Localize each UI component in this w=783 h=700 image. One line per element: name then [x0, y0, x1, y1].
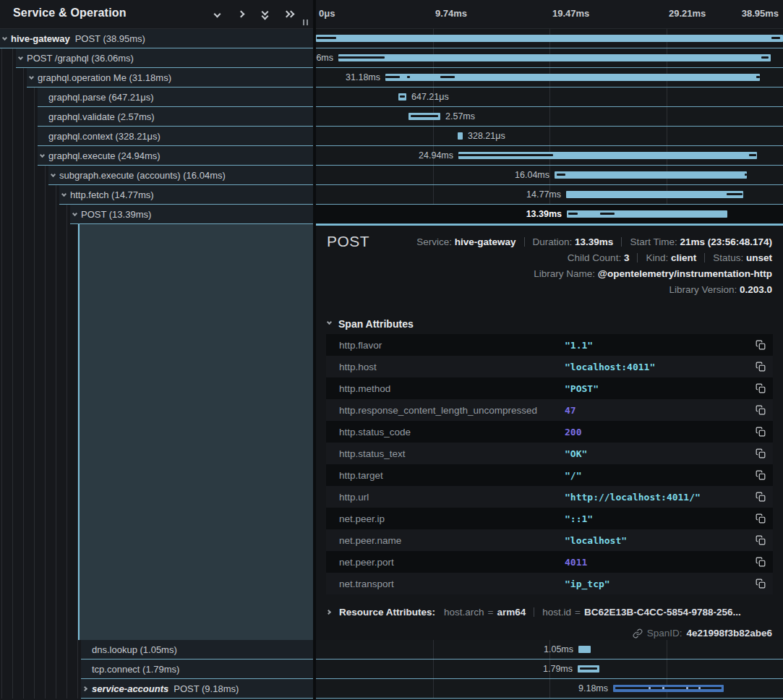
span-duration-bar[interactable]: [613, 685, 724, 692]
chevron-down-icon[interactable]: [51, 172, 57, 179]
span-row[interactable]: graphql.validate (2.57ms): [0, 107, 313, 127]
span-duration-bar[interactable]: [458, 132, 463, 140]
span-duration-label: 1.79ms: [543, 664, 573, 674]
chevron-down-icon[interactable]: [18, 55, 25, 61]
copy-icon[interactable]: [756, 448, 766, 458]
self-time-segment: [440, 76, 455, 78]
attribute-key: http.method: [339, 383, 390, 394]
span-duration-bar[interactable]: [555, 171, 747, 179]
copy-icon[interactable]: [756, 557, 766, 567]
column-resize-handle[interactable]: [302, 19, 309, 26]
attribute-row: http.url"http://localhost:4011/": [326, 486, 773, 508]
span-row-content: POST (13.39ms): [70, 205, 313, 224]
self-time-segment: [458, 154, 553, 156]
span-row[interactable]: tcp.connect (1.79ms): [0, 660, 313, 679]
span-duration-bar[interactable]: [385, 74, 760, 81]
span-duration-bar[interactable]: [578, 665, 599, 673]
attribute-value: "localhost": [565, 535, 627, 546]
copy-icon[interactable]: [756, 362, 766, 372]
attribute-key: http.response_content_length_uncompresse…: [339, 405, 537, 416]
self-time-segment: [756, 76, 760, 78]
span-row-content: graphql.parse (647.21μs): [38, 88, 313, 107]
timeline-ruler: 0μs9.74ms19.47ms29.21ms38.95ms: [316, 0, 783, 29]
collapse-one-icon[interactable]: [213, 9, 223, 20]
span-timeline-row[interactable]: 2.57ms: [316, 107, 783, 127]
copy-icon[interactable]: [756, 340, 766, 350]
self-time-segment: [749, 154, 756, 156]
attribute-key: http.target: [339, 470, 383, 481]
span-id-row: SpanID: 4e21998f3b82abe6: [633, 628, 772, 639]
span-timeline-row[interactable]: 24.94ms: [316, 146, 783, 166]
resource-equals: =: [488, 607, 494, 618]
copy-icon[interactable]: [756, 492, 766, 502]
chevron-down-icon[interactable]: [29, 74, 35, 81]
attribute-value: "localhost:4011": [565, 362, 655, 372]
collapse-all-icon[interactable]: [260, 9, 270, 20]
span-row[interactable]: graphql.execute (24.94ms): [0, 146, 313, 166]
chevron-down-icon[interactable]: [61, 192, 68, 198]
span-row-content: subgraph.execute (accounts) (16.04ms): [48, 166, 313, 185]
attribute-row: http.method"POST": [326, 377, 773, 399]
expand-all-icon[interactable]: [284, 9, 294, 20]
span-row[interactable]: subgraph.execute (accounts) (16.04ms): [0, 166, 313, 185]
span-timeline-row[interactable]: 647.21μs: [316, 88, 783, 107]
copy-icon[interactable]: [756, 427, 766, 437]
copy-icon[interactable]: [756, 535, 766, 545]
meta-label: Start Time:: [630, 236, 680, 247]
span-timeline-row[interactable]: 36.06ms: [316, 48, 783, 68]
span-timeline-row[interactable]: 14.77ms: [316, 185, 783, 205]
span-row[interactable]: POST /graphql (36.06ms): [0, 48, 313, 68]
span-duration-bar[interactable]: [408, 113, 440, 120]
span-row[interactable]: graphql.parse (647.21μs): [0, 88, 313, 107]
chevron-down-icon[interactable]: [40, 153, 46, 159]
span-row-content: service-accountsPOST (9.18ms): [81, 679, 313, 699]
span-duration-bar[interactable]: [316, 35, 783, 42]
link-icon[interactable]: [633, 628, 643, 639]
span-row[interactable]: POST (13.39ms): [0, 205, 313, 224]
span-attributes-toggle[interactable]: Span Attributes: [327, 318, 414, 330]
panel-divider[interactable]: [313, 0, 316, 700]
span-duration-bar[interactable]: [566, 191, 743, 198]
span-row[interactable]: service-accountsPOST (9.18ms): [0, 679, 313, 699]
span-timeline-row[interactable]: 1.05ms: [316, 640, 783, 660]
span-timeline-row[interactable]: 328.21μs: [316, 127, 783, 146]
operation-name: POST (38.95ms): [75, 33, 145, 44]
span-duration-bar[interactable]: [398, 93, 406, 101]
span-duration-bar[interactable]: [458, 152, 757, 159]
span-row[interactable]: hive-gatewayPOST (38.95ms): [0, 29, 313, 48]
expand-one-icon[interactable]: [236, 9, 247, 20]
span-row[interactable]: dns.lookup (1.05ms): [0, 640, 313, 660]
span-timeline-row[interactable]: 1.79ms: [316, 660, 783, 679]
timeline-panel: 0μs9.74ms19.47ms29.21ms38.95ms 36.06ms31…: [316, 0, 783, 700]
resource-key: host.id: [542, 607, 571, 618]
copy-icon[interactable]: [756, 513, 766, 524]
copy-icon[interactable]: [756, 470, 766, 480]
chevron-down-icon[interactable]: [72, 211, 79, 218]
copy-icon[interactable]: [756, 383, 766, 393]
chevron-right-icon[interactable]: [83, 686, 90, 692]
operation-name: subgraph.execute (accounts) (16.04ms): [59, 170, 226, 181]
attribute-row: http.status_text"OK": [326, 443, 773, 464]
span-timeline-row[interactable]: 16.04ms: [316, 166, 783, 185]
self-time-segment: [745, 174, 747, 176]
copy-icon[interactable]: [756, 405, 766, 415]
copy-icon[interactable]: [756, 579, 766, 589]
span-duration-bar[interactable]: [578, 646, 591, 653]
resource-attributes-row[interactable]: Resource Attributes: host.arch=arm64host…: [327, 607, 741, 618]
span-timeline-row[interactable]: 13.39ms: [316, 205, 783, 224]
chevron-down-icon[interactable]: [2, 35, 9, 42]
span-row-content: graphql.execute (24.94ms): [38, 146, 313, 166]
span-row[interactable]: graphql.context (328.21μs): [0, 127, 313, 146]
span-row[interactable]: graphql.operation Me (31.18ms): [0, 68, 313, 88]
span-duration-bar[interactable]: [338, 54, 771, 61]
attribute-key: http.flavor: [339, 340, 382, 351]
span-row-content: graphql.context (328.21μs): [38, 127, 313, 146]
ruler-tick-label: 9.74ms: [435, 8, 467, 19]
span-timeline-row[interactable]: 9.18ms: [316, 679, 783, 699]
span-duration-bar[interactable]: [567, 210, 727, 218]
service-name: service-accounts: [92, 683, 168, 694]
self-time-segment: [317, 37, 336, 39]
span-row[interactable]: http.fetch (14.77ms): [0, 185, 313, 205]
span-timeline-row[interactable]: [316, 29, 783, 48]
span-timeline-row[interactable]: 31.18ms: [316, 68, 783, 88]
